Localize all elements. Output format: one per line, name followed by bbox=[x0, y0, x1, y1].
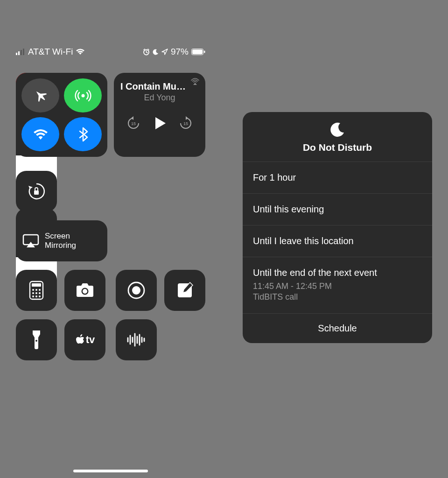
wifi-large-icon bbox=[32, 126, 49, 143]
dnd-schedule-button[interactable]: Schedule bbox=[243, 313, 432, 343]
svg-point-32 bbox=[39, 295, 41, 297]
connectivity-tile[interactable] bbox=[16, 73, 107, 157]
dnd-option-next-event[interactable]: Until the end of the next event 11:45 AM… bbox=[243, 257, 432, 313]
dnd-option-location[interactable]: Until I leave this location bbox=[243, 225, 432, 257]
antenna-icon bbox=[74, 87, 92, 105]
play-button[interactable] bbox=[152, 116, 167, 131]
wifi-button[interactable] bbox=[21, 117, 59, 151]
media-tile[interactable]: I Contain Mu… Ed Yong 15 15 bbox=[114, 73, 205, 157]
dnd-event-time: 11:45 AM - 12:45 PM bbox=[253, 281, 422, 292]
apple-tv-button[interactable]: tv bbox=[64, 319, 105, 360]
svg-point-24 bbox=[32, 289, 34, 291]
svg-point-30 bbox=[32, 295, 34, 297]
svg-rect-1 bbox=[18, 51, 20, 55]
svg-rect-3 bbox=[23, 49, 24, 55]
airplane-mode-button[interactable] bbox=[21, 78, 59, 112]
camera-button[interactable] bbox=[64, 270, 105, 311]
play-icon bbox=[152, 116, 167, 131]
flashlight-icon bbox=[31, 330, 42, 350]
notes-icon bbox=[176, 281, 194, 299]
status-left: AT&T Wi-Fi bbox=[16, 47, 85, 57]
control-center-panel: AT&T Wi-Fi 97% bbox=[0, 0, 221, 478]
alarm-icon bbox=[143, 49, 150, 56]
svg-rect-7 bbox=[204, 51, 205, 53]
svg-point-26 bbox=[39, 289, 41, 291]
flashlight-button[interactable] bbox=[16, 319, 57, 360]
airplane-icon bbox=[33, 88, 49, 104]
dnd-event-name: TidBITS call bbox=[253, 292, 422, 302]
skip-forward-button[interactable]: 15 bbox=[179, 116, 193, 130]
svg-text:15: 15 bbox=[183, 121, 188, 126]
status-right: 97% bbox=[143, 47, 205, 57]
apple-tv-label: tv bbox=[86, 334, 95, 346]
skip-back-icon: 15 bbox=[126, 116, 140, 130]
svg-point-27 bbox=[32, 292, 34, 294]
screen-mirroring-icon bbox=[22, 234, 39, 248]
orientation-lock-button[interactable] bbox=[16, 171, 57, 212]
svg-rect-0 bbox=[16, 53, 17, 55]
notes-button[interactable] bbox=[164, 270, 205, 311]
battery-icon bbox=[191, 49, 205, 55]
apple-logo-icon bbox=[75, 334, 85, 346]
wifi-icon bbox=[76, 49, 85, 55]
svg-point-29 bbox=[39, 292, 41, 294]
dnd-sheet-header: Do Not Disturb bbox=[243, 112, 432, 162]
mirroring-label: Screen Mirroring bbox=[45, 232, 76, 250]
cellular-data-button[interactable] bbox=[64, 78, 102, 112]
dnd-sheet: Do Not Disturb For 1 hour Until this eve… bbox=[243, 112, 432, 343]
cellular-signal-icon bbox=[16, 49, 25, 55]
calculator-icon bbox=[29, 281, 44, 300]
dnd-option-1hour[interactable]: For 1 hour bbox=[243, 162, 432, 193]
control-center-grid: I Contain Mu… Ed Yong 15 15 bbox=[16, 73, 205, 299]
status-bar: AT&T Wi-Fi 97% bbox=[0, 47, 221, 57]
dnd-option-evening[interactable]: Until this evening bbox=[243, 193, 432, 225]
svg-point-34 bbox=[83, 289, 87, 294]
dnd-title: Do Not Disturb bbox=[247, 142, 427, 153]
camera-icon bbox=[75, 282, 95, 298]
skip-forward-icon: 15 bbox=[179, 116, 193, 130]
screen-mirroring-button[interactable]: Screen Mirroring bbox=[16, 220, 107, 261]
bluetooth-button[interactable] bbox=[64, 117, 102, 151]
waveform-icon bbox=[126, 332, 147, 347]
svg-point-31 bbox=[35, 295, 37, 297]
svg-rect-6 bbox=[192, 49, 203, 54]
svg-point-36 bbox=[132, 286, 140, 295]
moon-icon bbox=[329, 121, 346, 138]
record-icon bbox=[127, 281, 146, 300]
svg-rect-38 bbox=[33, 330, 40, 332]
media-artist: Ed Yong bbox=[120, 93, 199, 103]
screen-record-button[interactable] bbox=[116, 270, 157, 311]
svg-point-8 bbox=[81, 94, 84, 97]
carrier-label: AT&T Wi-Fi bbox=[28, 47, 73, 57]
calculator-button[interactable] bbox=[16, 270, 57, 311]
battery-pct: 97% bbox=[171, 47, 189, 57]
location-icon bbox=[161, 49, 168, 55]
svg-rect-2 bbox=[21, 50, 22, 55]
voice-memos-button[interactable] bbox=[116, 319, 157, 360]
airplay-icon[interactable] bbox=[190, 77, 200, 85]
moon-small-icon bbox=[153, 49, 159, 55]
media-controls: 15 15 bbox=[120, 116, 199, 131]
svg-point-39 bbox=[35, 340, 37, 342]
svg-point-28 bbox=[35, 292, 37, 294]
svg-rect-23 bbox=[32, 283, 41, 287]
orientation-lock-icon bbox=[26, 181, 47, 202]
svg-rect-11 bbox=[34, 190, 39, 195]
bluetooth-icon bbox=[75, 126, 91, 143]
svg-point-25 bbox=[35, 289, 37, 291]
media-title: I Contain Mu… bbox=[120, 81, 199, 92]
skip-back-button[interactable]: 15 bbox=[126, 116, 140, 130]
home-indicator[interactable] bbox=[73, 470, 148, 472]
svg-text:15: 15 bbox=[131, 121, 136, 126]
dnd-options-panel: Do Not Disturb For 1 hour Until this eve… bbox=[227, 0, 448, 478]
